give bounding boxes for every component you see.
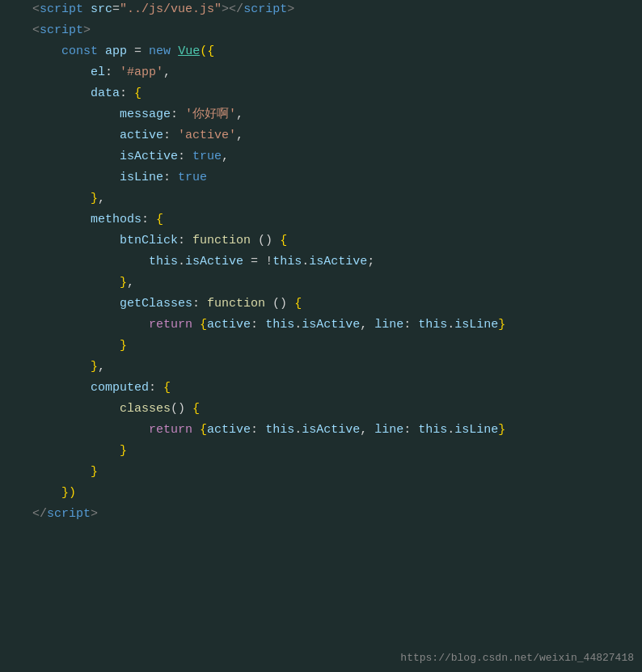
line-content: } — [26, 463, 642, 482]
line-content: classes() { — [26, 399, 642, 419]
line-row: } — [0, 463, 642, 484]
line-content: active: 'active', — [26, 126, 642, 146]
line-row: }, — [0, 273, 642, 294]
code-editor: <script src="../js/vue.js"></script> <sc… — [0, 0, 642, 672]
line-content: return {active: this.isActive, line: thi… — [26, 315, 642, 335]
line-row: const app = new Vue({ — [0, 42, 642, 63]
line-row: methods: { — [0, 210, 642, 231]
line-row: <script> — [0, 21, 642, 42]
line-row: computed: { — [0, 378, 642, 399]
line-row: classes() { — [0, 399, 642, 421]
line-row: getClasses: function () { — [0, 294, 642, 315]
line-content: isActive: true, — [26, 147, 642, 167]
line-row: return {active: this.isActive, line: thi… — [0, 421, 642, 442]
line-row: data: { — [0, 84, 642, 105]
line-content: </script> — [26, 505, 642, 524]
line-content: }) — [26, 484, 642, 503]
line-content: el: '#app', — [26, 63, 642, 82]
line-row: isActive: true, — [0, 147, 642, 168]
line-content: this.isActive = !this.isActive; — [26, 252, 642, 272]
line-content: } — [26, 336, 642, 356]
line-row: message: '你好啊', — [0, 105, 642, 126]
line-row: active: 'active', — [0, 126, 642, 147]
line-content: methods: { — [26, 210, 642, 230]
line-row: }) — [0, 484, 642, 505]
watermark-url: https://blog.csdn.net/weixin_44827418 — [400, 650, 634, 667]
line-content: }, — [26, 189, 642, 209]
line-row: }, — [0, 357, 642, 378]
line-content: data: { — [26, 84, 642, 104]
line-row: } — [0, 442, 642, 463]
line-content: <script src="../js/vue.js"></script> — [26, 0, 642, 19]
line-content: }, — [26, 273, 642, 293]
line-row: isLine: true — [0, 168, 642, 189]
line-content: message: '你好啊', — [26, 105, 642, 125]
line-content: getClasses: function () { — [26, 294, 642, 314]
line-content: <script> — [26, 21, 642, 40]
line-content: isLine: true — [26, 168, 642, 188]
line-row: return {active: this.isActive, line: thi… — [0, 315, 642, 336]
line-row: el: '#app', — [0, 63, 642, 84]
line-row: </script> — [0, 505, 642, 526]
line-content: }, — [26, 357, 642, 377]
line-content: return {active: this.isActive, line: thi… — [26, 421, 642, 440]
line-content: } — [26, 442, 642, 461]
line-row: }, — [0, 189, 642, 210]
line-row: <script src="../js/vue.js"></script> — [0, 0, 642, 21]
line-content: computed: { — [26, 378, 642, 398]
line-row: btnClick: function () { — [0, 231, 642, 252]
line-content: btnClick: function () { — [26, 231, 642, 251]
line-row: this.isActive = !this.isActive; — [0, 252, 642, 273]
line-content: const app = new Vue({ — [26, 42, 642, 61]
line-row: } — [0, 336, 642, 357]
